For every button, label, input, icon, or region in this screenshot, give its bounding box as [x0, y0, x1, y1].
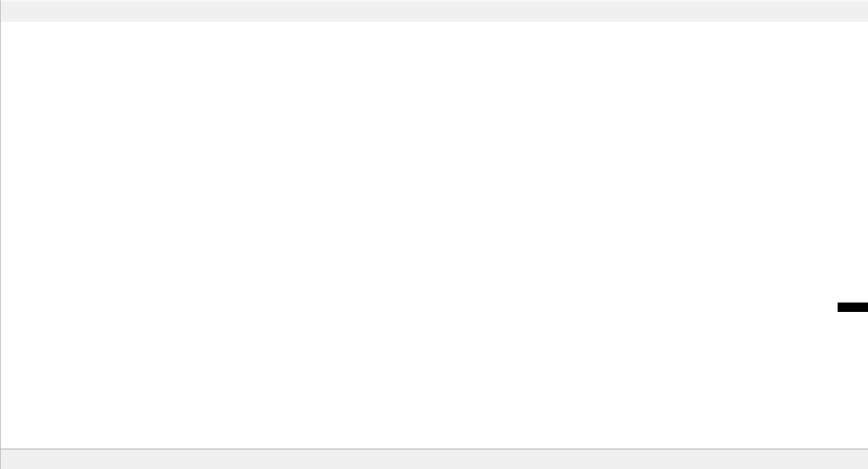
price-chart-canvas[interactable]: [1, 22, 868, 448]
trading-platform-window: [0, 0, 868, 469]
chart-ohlc-values: [12, 25, 14, 33]
chart-area: [1, 22, 868, 448]
current-price-badge: [838, 303, 868, 312]
symbol-tabbar: [1, 449, 868, 468]
chart-title: [8, 25, 14, 33]
timeframe-toolbar: [1, 0, 868, 22]
